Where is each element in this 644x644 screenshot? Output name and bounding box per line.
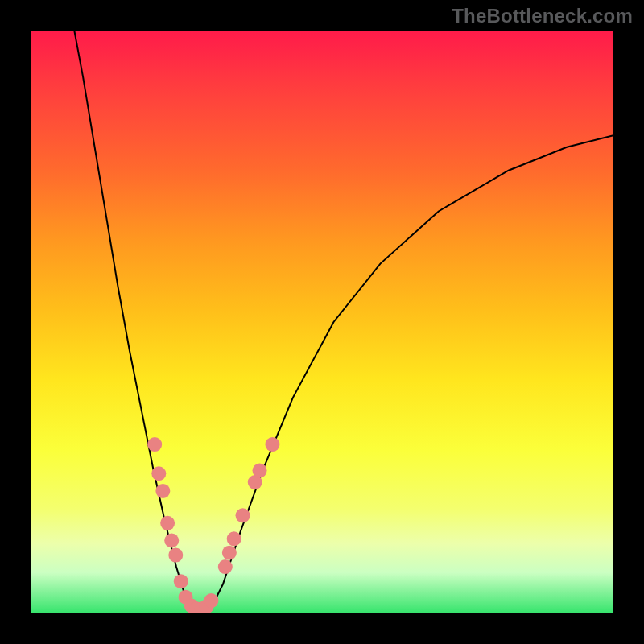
data-marker: [236, 508, 250, 522]
data-marker: [265, 437, 279, 452]
data-marker: [204, 593, 218, 608]
data-marker: [147, 437, 162, 452]
data-marker: [227, 531, 242, 546]
chart-frame: TheBottleneck.com: [0, 0, 644, 644]
data-marker: [222, 546, 237, 560]
data-marker: [218, 559, 233, 574]
data-marker: [164, 534, 179, 548]
plot-area: [31, 31, 613, 613]
bottleneck-curve: [74, 31, 613, 612]
data-marker: [253, 464, 267, 478]
chart-svg: [31, 31, 613, 613]
data-marker: [174, 574, 188, 588]
marker-group: [147, 437, 279, 613]
data-marker: [151, 466, 166, 481]
data-marker: [168, 548, 183, 563]
watermark-text: TheBottleneck.com: [452, 5, 633, 27]
data-marker: [155, 484, 170, 498]
data-marker: [160, 516, 175, 530]
